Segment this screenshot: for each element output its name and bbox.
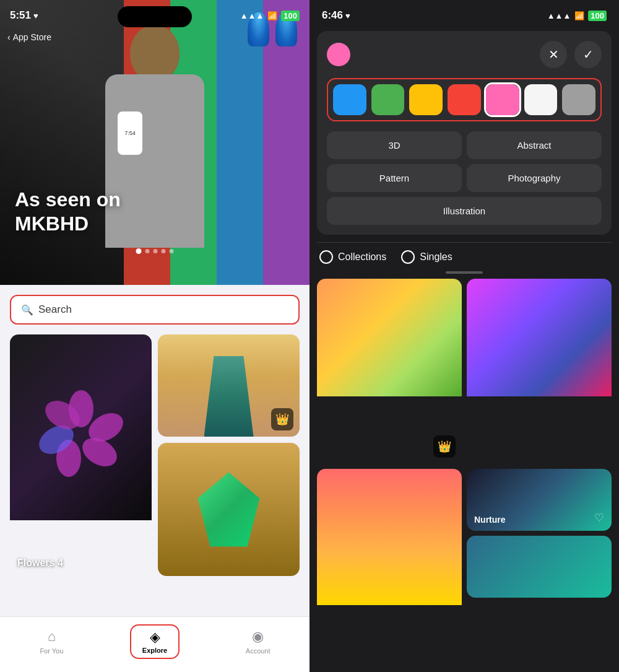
grid-item-building[interactable]: 👑	[158, 334, 300, 437]
wallpaper-item-warm[interactable]	[317, 469, 462, 673]
nav-label-account: Account	[246, 647, 271, 655]
color-swatches	[327, 78, 602, 121]
flowers-thumbnail	[10, 334, 152, 520]
selected-color-circle	[327, 43, 350, 66]
status-bar-right: 6:46 ♥ ▲▲▲ 📶 100	[310, 0, 619, 31]
flowers-heart-icon[interactable]: ♡	[127, 551, 144, 569]
bottom-nav: ⌂ For You ◈ Explore ◉ Account	[0, 616, 310, 672]
selected-color-row: ✕ ✓	[327, 41, 602, 68]
collections-row: Collections Singles	[310, 250, 619, 264]
category-abstract[interactable]: Abstract	[467, 131, 602, 159]
phone-time-display: 7:54	[124, 130, 136, 136]
search-label: Search	[38, 303, 72, 316]
grid-item-flowers[interactable]: Flowers 4 ♡	[10, 334, 152, 576]
confirm-button[interactable]: ✓	[574, 41, 602, 68]
divider	[317, 242, 612, 243]
grid-item-crystal[interactable]	[158, 443, 300, 576]
search-bar-container[interactable]: 🔍 Search	[10, 295, 300, 325]
dot-3	[154, 249, 158, 253]
petal-3	[77, 432, 122, 473]
nav-label-for-you: For You	[40, 647, 63, 655]
time-right: 6:46 ♥	[322, 9, 350, 22]
category-3d[interactable]: 3D	[327, 131, 462, 159]
hero-text: As seen on MKBHD	[15, 188, 121, 235]
time-left: 5:51 ♥	[10, 9, 38, 22]
radio-singles[interactable]	[401, 250, 415, 264]
swatch-white[interactable]	[524, 84, 558, 115]
dot-1	[136, 248, 142, 254]
building-crown-icon: 👑	[271, 408, 293, 430]
nav-label-explore: Explore	[142, 647, 167, 654]
scroll-indicator	[446, 271, 483, 274]
wallpaper-extra-thumb	[467, 536, 612, 598]
status-bar-left: 5:51 ♥ ▲▲▲ 📶 100	[0, 0, 310, 31]
nav-item-account[interactable]: ◉ Account	[206, 629, 310, 655]
category-pattern[interactable]: Pattern	[327, 164, 462, 192]
swatch-pink[interactable]	[486, 84, 519, 115]
color-picker-area: ✕ ✓ 3D Abstract	[317, 31, 612, 235]
dot-4	[162, 249, 166, 253]
nav-item-for-you[interactable]: ⌂ For You	[0, 629, 103, 655]
explore-active-box: ◈ Explore	[130, 624, 180, 659]
dot-5	[170, 249, 174, 253]
wallpaper-grid: 👑 Nurture ♡	[310, 279, 619, 672]
singles-label: Singles	[420, 251, 452, 263]
singles-option[interactable]: Singles	[401, 250, 452, 264]
wallpaper-rainbow-thumb	[317, 279, 462, 396]
account-icon: ◉	[252, 629, 264, 645]
swatch-blue[interactable]	[333, 84, 366, 115]
building-shape	[204, 356, 254, 437]
dynamic-island	[118, 6, 192, 27]
swatch-red[interactable]	[448, 84, 481, 115]
wallpaper-item-rainbow[interactable]: 👑	[317, 279, 462, 464]
nurture-heart-icon: ♡	[594, 511, 604, 525]
wallpaper-warm-thumb	[317, 469, 462, 605]
right-panel: 6:46 ♥ ▲▲▲ 📶 100 ✕ ✓	[310, 0, 619, 672]
close-button[interactable]: ✕	[540, 41, 567, 68]
collections-option[interactable]: Collections	[319, 250, 386, 264]
flower-decoration	[44, 390, 118, 465]
search-icon: 🔍	[21, 304, 33, 316]
dot-2	[145, 249, 150, 253]
home-icon: ⌂	[48, 629, 56, 645]
crystal-thumbnail	[158, 443, 300, 576]
wallpaper-nurture-thumb: Nurture ♡	[467, 469, 612, 531]
scroll-area: 🔍 Search Flowers 4	[0, 285, 310, 616]
image-grid: Flowers 4 ♡ 👑	[10, 334, 300, 576]
left-panel: 5:51 ♥ ▲▲▲ 📶 100 ‹ App Store	[0, 0, 310, 672]
phone-prop: 7:54	[118, 111, 142, 155]
radio-collections[interactable]	[319, 250, 333, 264]
category-grid: 3D Abstract Pattern Photography Illustra…	[327, 131, 602, 225]
wallpaper-item-purple[interactable]	[467, 279, 612, 464]
collections-label: Collections	[338, 251, 386, 263]
status-icons-left: ▲▲▲ 📶 100	[240, 11, 300, 21]
swatch-gray[interactable]	[562, 84, 595, 115]
back-button[interactable]: ‹ App Store	[7, 32, 51, 42]
nav-item-explore[interactable]: ◈ Explore	[103, 624, 207, 659]
crystal-shape	[198, 473, 260, 547]
hero-area: 7:54 As seen on MKBHD	[0, 0, 310, 285]
wallpaper-purple-thumb	[467, 279, 612, 396]
search-bar[interactable]: 🔍 Search	[10, 295, 300, 325]
hero-background: 7:54	[0, 0, 310, 285]
swatch-yellow[interactable]	[409, 84, 443, 115]
flowers-label: Flowers 4	[17, 557, 63, 569]
status-icons-right: ▲▲▲ 📶 100	[547, 11, 607, 21]
swatch-green[interactable]	[371, 84, 405, 115]
color-actions: ✕ ✓	[540, 41, 602, 68]
person-head	[130, 25, 180, 81]
wallpaper-item-nurture[interactable]: Nurture ♡	[467, 469, 612, 673]
nurture-label: Nurture	[474, 515, 506, 525]
crown-icon-1: 👑	[433, 435, 456, 458]
category-photography[interactable]: Photography	[467, 164, 602, 192]
category-illustration[interactable]: Illustration	[327, 197, 602, 225]
explore-icon: ◈	[150, 629, 160, 645]
hero-dots	[136, 248, 174, 254]
